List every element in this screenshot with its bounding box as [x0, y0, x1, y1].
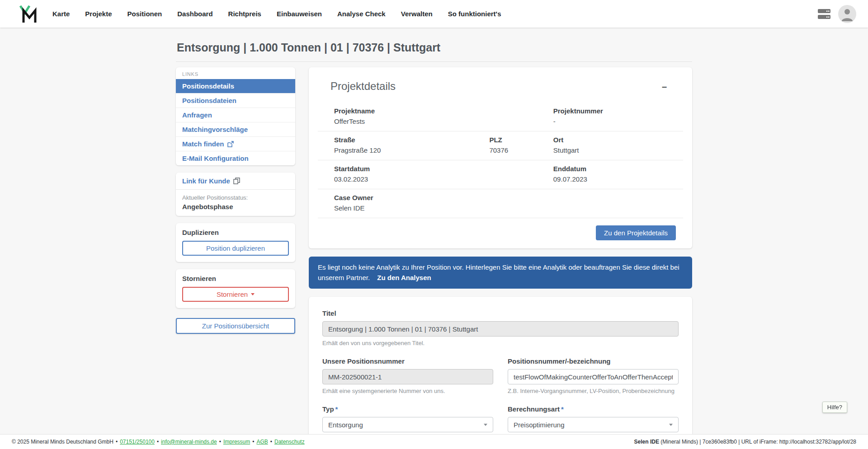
sidebar-item-matchingvorschlaege[interactable]: Matchingvorschläge: [176, 122, 295, 136]
field-projektname: Projektname OfferTests: [318, 107, 473, 125]
go-to-analyses-link[interactable]: Zu den Analysen: [377, 274, 431, 281]
nav-item-positionen[interactable]: Positionen: [127, 10, 162, 18]
sidebar-item-label: Match finden: [182, 140, 224, 148]
cancel-button-label: Stornieren: [217, 290, 248, 298]
project-details-title: Projektdetails: [330, 80, 396, 93]
positionsbezeichnung-helper: Z.B. Interne-Vorgangsnummer, LV-Position…: [508, 388, 679, 394]
sidebar-item-email-konfiguration[interactable]: E-Mail Konfiguration: [176, 151, 295, 165]
avatar: [838, 5, 856, 23]
berechnungsart-select-value: Preisoptimierung: [514, 421, 565, 429]
typ-label: Typ*: [322, 405, 493, 413]
main-content: Projektdetails – Projektname OfferTests …: [309, 67, 692, 449]
duplicate-position-button[interactable]: Position duplizieren: [182, 241, 289, 256]
sidebar-item-label: E-Mail Konfiguration: [182, 154, 249, 162]
positionsnummer-field: Unsere Positionsnummer Erhält eine syste…: [322, 357, 493, 394]
field-label: Straße: [334, 136, 473, 144]
field-value: Selen IDE: [334, 204, 473, 212]
sidebar-links-card: LINKS Positionsdetails Positionsdateien …: [176, 67, 295, 165]
links-header: LINKS: [176, 67, 295, 79]
titel-label: Titel: [322, 309, 679, 317]
field-plz: PLZ 70376: [473, 136, 537, 154]
field-startdatum: Startdatum 03.02.2023: [318, 165, 473, 183]
collapse-icon[interactable]: –: [658, 80, 670, 93]
banner-text: Es liegt noch keine Analytik zu Ihrer Po…: [318, 263, 679, 281]
field-ort: Ort Stuttgart: [537, 136, 683, 154]
page-title-block: Entsorgung | 1.000 Tonnen | 01 | 70376 |…: [176, 28, 692, 62]
sidebar: LINKS Positionsdetails Positionsdateien …: [176, 67, 295, 334]
field-value: 09.07.2023: [553, 175, 683, 183]
sidebar-item-positionsdateien[interactable]: Positionsdateien: [176, 93, 295, 108]
nav-item-analyse-check[interactable]: Analyse Check: [337, 10, 386, 18]
separator: •: [219, 439, 221, 445]
nav-item-projekte[interactable]: Projekte: [85, 10, 112, 18]
field-label: Case Owner: [334, 194, 473, 201]
sidebar-item-anfragen[interactable]: Anfragen: [176, 108, 295, 122]
project-details-grid: Projektname OfferTests Projektnummer - S…: [318, 103, 683, 218]
footer-left: © 2025 Mineral Minds Deutschland GmbH • …: [12, 439, 305, 445]
field-projektnummer: Projektnummer -: [537, 107, 683, 125]
nav-item-dashboard[interactable]: Dashboard: [177, 10, 212, 18]
footer-datenschutz-link[interactable]: Datenschutz: [274, 439, 305, 445]
duplicate-heading: Duplizieren: [182, 229, 289, 236]
footer-agb-link[interactable]: AGB: [256, 439, 268, 445]
field-case-owner: Case Owner Selen IDE: [318, 194, 473, 212]
positionsbezeichnung-input[interactable]: [508, 369, 679, 384]
titel-field: Titel Erhält den von uns vorgegebenen Ti…: [322, 309, 679, 346]
nav-item-verwalten[interactable]: Verwalten: [401, 10, 433, 18]
footer-session-info: Selen IDE (Mineral Minds) | 7ce360e83fb0…: [634, 439, 856, 445]
customer-link-card: Link für Kunde Aktueller Positionsstatus…: [176, 173, 295, 216]
chevron-down-icon: [669, 424, 673, 426]
server-icon[interactable]: [817, 8, 831, 20]
field-label: Projektnummer: [553, 107, 683, 115]
copyright-text: © 2025 Mineral Minds Deutschland GmbH: [12, 439, 113, 445]
nav-item-richtpreis[interactable]: Richtpreis: [228, 10, 261, 18]
typ-select-value: Entsorgung: [328, 421, 363, 429]
field-value: 70376: [489, 146, 537, 154]
field-value: Stuttgart: [553, 146, 683, 154]
field-label: Ort: [553, 136, 683, 144]
go-to-project-details-button[interactable]: Zu den Projektdetails: [596, 225, 676, 240]
field-enddatum: Enddatum 09.07.2023: [537, 165, 683, 183]
footer-email-link[interactable]: info@mineral-minds.de: [161, 439, 217, 445]
chevron-down-icon: [484, 424, 487, 426]
nav-item-einbauweisen[interactable]: Einbauweisen: [277, 10, 322, 18]
cancel-heading: Stornieren: [182, 275, 289, 282]
field-label: Enddatum: [553, 165, 683, 173]
cancel-button[interactable]: Stornieren: [182, 287, 289, 302]
cancel-card: Stornieren Stornieren: [176, 269, 295, 308]
field-label: Projektname: [334, 107, 473, 115]
positionsnummer-input[interactable]: [322, 369, 493, 384]
sidebar-item-label: Anfragen: [182, 111, 212, 119]
footer-user: Selen IDE: [634, 439, 659, 445]
footer-phone-link[interactable]: 07151/250100: [120, 439, 155, 445]
positionsnummer-label: Unsere Positionsnummer: [322, 357, 493, 365]
footer-meta: (Mineral Minds) | 7ce360e83fb0 | URL of …: [659, 439, 856, 445]
field-label: Startdatum: [334, 165, 473, 173]
field-label: PLZ: [489, 136, 537, 144]
sidebar-item-label: Positionsdateien: [182, 97, 236, 104]
separator: •: [270, 439, 272, 445]
main-nav: Karte Projekte Positionen Dashboard Rich…: [52, 10, 501, 18]
customer-link[interactable]: Link für Kunde: [182, 177, 289, 185]
help-button[interactable]: Hilfe?: [822, 402, 847, 413]
nav-item-so-funktionierts[interactable]: So funktioniert's: [448, 10, 501, 18]
separator: •: [252, 439, 254, 445]
positionsbezeichnung-label: Positionsnummer/-bezeichnung: [508, 357, 679, 365]
nav-item-karte[interactable]: Karte: [52, 10, 70, 18]
field-value: Pragstraße 120: [334, 146, 473, 154]
berechnungsart-label-text: Berechnungsart: [508, 405, 560, 413]
sidebar-item-match-finden[interactable]: Match finden: [176, 136, 295, 151]
footer-impressum-link[interactable]: Impressum: [223, 439, 250, 445]
berechnungsart-select[interactable]: Preisoptimierung: [508, 417, 679, 432]
separator: •: [157, 439, 159, 445]
avatar-icon[interactable]: [838, 5, 856, 23]
sidebar-item-positionsdetails[interactable]: Positionsdetails: [176, 79, 295, 93]
titel-input[interactable]: [322, 321, 679, 337]
duplicate-card: Duplizieren Position duplizieren: [176, 223, 295, 262]
titel-helper: Erhält den von uns vorgegebenen Titel.: [322, 340, 679, 346]
analytics-info-banner: Es liegt noch keine Analytik zu Ihrer Po…: [309, 257, 692, 289]
brand-logo[interactable]: [18, 4, 39, 24]
required-asterisk: *: [561, 405, 564, 413]
typ-select[interactable]: Entsorgung: [322, 417, 493, 432]
position-overview-button[interactable]: Zur Positionsübersicht: [176, 318, 295, 334]
